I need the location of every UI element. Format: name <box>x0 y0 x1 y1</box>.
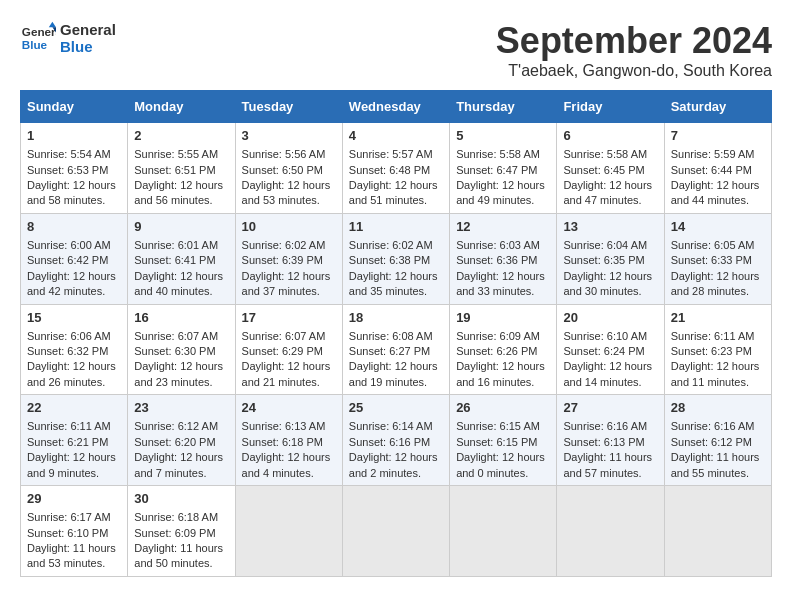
calendar-week-row: 15Sunrise: 6:06 AMSunset: 6:32 PMDayligh… <box>21 304 772 395</box>
sunset: Sunset: 6:44 PM <box>671 164 752 176</box>
day-number: 13 <box>563 218 657 236</box>
day-number: 25 <box>349 399 443 417</box>
daylight: Daylight: 11 hours and 57 minutes. <box>563 451 652 478</box>
sunset: Sunset: 6:41 PM <box>134 254 215 266</box>
day-number: 10 <box>242 218 336 236</box>
calendar-cell: 11Sunrise: 6:02 AMSunset: 6:38 PMDayligh… <box>342 213 449 304</box>
logo: General Blue General Blue <box>20 20 116 56</box>
calendar-cell: 27Sunrise: 6:16 AMSunset: 6:13 PMDayligh… <box>557 395 664 486</box>
logo-icon: General Blue <box>20 20 56 56</box>
daylight: Daylight: 12 hours and 42 minutes. <box>27 270 116 297</box>
daylight: Daylight: 12 hours and 19 minutes. <box>349 360 438 387</box>
daylight: Daylight: 12 hours and 16 minutes. <box>456 360 545 387</box>
day-number: 22 <box>27 399 121 417</box>
calendar-cell: 19Sunrise: 6:09 AMSunset: 6:26 PMDayligh… <box>450 304 557 395</box>
day-number: 11 <box>349 218 443 236</box>
sunset: Sunset: 6:27 PM <box>349 345 430 357</box>
daylight: Daylight: 12 hours and 40 minutes. <box>134 270 223 297</box>
daylight: Daylight: 12 hours and 51 minutes. <box>349 179 438 206</box>
calendar-cell <box>664 486 771 577</box>
sunrise: Sunrise: 6:17 AM <box>27 511 111 523</box>
calendar-cell: 1Sunrise: 5:54 AMSunset: 6:53 PMDaylight… <box>21 123 128 214</box>
daylight: Daylight: 12 hours and 35 minutes. <box>349 270 438 297</box>
sunrise: Sunrise: 5:54 AM <box>27 148 111 160</box>
sunrise: Sunrise: 6:16 AM <box>563 420 647 432</box>
sunset: Sunset: 6:33 PM <box>671 254 752 266</box>
day-number: 6 <box>563 127 657 145</box>
sunrise: Sunrise: 5:58 AM <box>456 148 540 160</box>
sunset: Sunset: 6:26 PM <box>456 345 537 357</box>
day-number: 20 <box>563 309 657 327</box>
location: T'aebaek, Gangwon-do, South Korea <box>496 62 772 80</box>
day-number: 29 <box>27 490 121 508</box>
calendar-table: SundayMondayTuesdayWednesdayThursdayFrid… <box>20 90 772 577</box>
day-number: 23 <box>134 399 228 417</box>
calendar-cell: 8Sunrise: 6:00 AMSunset: 6:42 PMDaylight… <box>21 213 128 304</box>
day-number: 19 <box>456 309 550 327</box>
col-header-tuesday: Tuesday <box>235 91 342 123</box>
daylight: Daylight: 11 hours and 50 minutes. <box>134 542 223 569</box>
calendar-week-row: 8Sunrise: 6:00 AMSunset: 6:42 PMDaylight… <box>21 213 772 304</box>
day-number: 3 <box>242 127 336 145</box>
sunset: Sunset: 6:10 PM <box>27 527 108 539</box>
calendar-week-row: 29Sunrise: 6:17 AMSunset: 6:10 PMDayligh… <box>21 486 772 577</box>
sunset: Sunset: 6:50 PM <box>242 164 323 176</box>
calendar-header-row: SundayMondayTuesdayWednesdayThursdayFrid… <box>21 91 772 123</box>
sunset: Sunset: 6:13 PM <box>563 436 644 448</box>
sunrise: Sunrise: 6:00 AM <box>27 239 111 251</box>
day-number: 24 <box>242 399 336 417</box>
calendar-cell: 14Sunrise: 6:05 AMSunset: 6:33 PMDayligh… <box>664 213 771 304</box>
day-number: 4 <box>349 127 443 145</box>
calendar-cell: 21Sunrise: 6:11 AMSunset: 6:23 PMDayligh… <box>664 304 771 395</box>
daylight: Daylight: 12 hours and 2 minutes. <box>349 451 438 478</box>
daylight: Daylight: 12 hours and 7 minutes. <box>134 451 223 478</box>
calendar-week-row: 22Sunrise: 6:11 AMSunset: 6:21 PMDayligh… <box>21 395 772 486</box>
daylight: Daylight: 12 hours and 4 minutes. <box>242 451 331 478</box>
calendar-cell: 6Sunrise: 5:58 AMSunset: 6:45 PMDaylight… <box>557 123 664 214</box>
daylight: Daylight: 12 hours and 33 minutes. <box>456 270 545 297</box>
sunrise: Sunrise: 6:14 AM <box>349 420 433 432</box>
logo-text-blue: Blue <box>60 38 116 55</box>
col-header-sunday: Sunday <box>21 91 128 123</box>
calendar-week-row: 1Sunrise: 5:54 AMSunset: 6:53 PMDaylight… <box>21 123 772 214</box>
sunset: Sunset: 6:39 PM <box>242 254 323 266</box>
daylight: Daylight: 11 hours and 55 minutes. <box>671 451 760 478</box>
title-area: September 2024 T'aebaek, Gangwon-do, Sou… <box>496 20 772 80</box>
sunset: Sunset: 6:32 PM <box>27 345 108 357</box>
calendar-cell: 15Sunrise: 6:06 AMSunset: 6:32 PMDayligh… <box>21 304 128 395</box>
sunrise: Sunrise: 6:16 AM <box>671 420 755 432</box>
calendar-cell: 12Sunrise: 6:03 AMSunset: 6:36 PMDayligh… <box>450 213 557 304</box>
sunrise: Sunrise: 5:58 AM <box>563 148 647 160</box>
sunset: Sunset: 6:53 PM <box>27 164 108 176</box>
sunset: Sunset: 6:24 PM <box>563 345 644 357</box>
sunrise: Sunrise: 6:07 AM <box>134 330 218 342</box>
sunset: Sunset: 6:23 PM <box>671 345 752 357</box>
day-number: 1 <box>27 127 121 145</box>
calendar-cell <box>235 486 342 577</box>
day-number: 15 <box>27 309 121 327</box>
calendar-cell: 26Sunrise: 6:15 AMSunset: 6:15 PMDayligh… <box>450 395 557 486</box>
day-number: 18 <box>349 309 443 327</box>
sunrise: Sunrise: 6:10 AM <box>563 330 647 342</box>
sunrise: Sunrise: 5:55 AM <box>134 148 218 160</box>
sunset: Sunset: 6:29 PM <box>242 345 323 357</box>
daylight: Daylight: 12 hours and 30 minutes. <box>563 270 652 297</box>
logo-text-general: General <box>60 21 116 38</box>
calendar-cell: 9Sunrise: 6:01 AMSunset: 6:41 PMDaylight… <box>128 213 235 304</box>
calendar-cell: 29Sunrise: 6:17 AMSunset: 6:10 PMDayligh… <box>21 486 128 577</box>
calendar-cell <box>557 486 664 577</box>
sunset: Sunset: 6:16 PM <box>349 436 430 448</box>
sunrise: Sunrise: 6:18 AM <box>134 511 218 523</box>
calendar-cell <box>342 486 449 577</box>
daylight: Daylight: 12 hours and 9 minutes. <box>27 451 116 478</box>
header: General Blue General Blue September 2024… <box>20 20 772 80</box>
day-number: 21 <box>671 309 765 327</box>
sunset: Sunset: 6:20 PM <box>134 436 215 448</box>
sunrise: Sunrise: 6:06 AM <box>27 330 111 342</box>
calendar-cell: 10Sunrise: 6:02 AMSunset: 6:39 PMDayligh… <box>235 213 342 304</box>
daylight: Daylight: 12 hours and 26 minutes. <box>27 360 116 387</box>
col-header-thursday: Thursday <box>450 91 557 123</box>
sunset: Sunset: 6:35 PM <box>563 254 644 266</box>
day-number: 30 <box>134 490 228 508</box>
sunrise: Sunrise: 6:07 AM <box>242 330 326 342</box>
